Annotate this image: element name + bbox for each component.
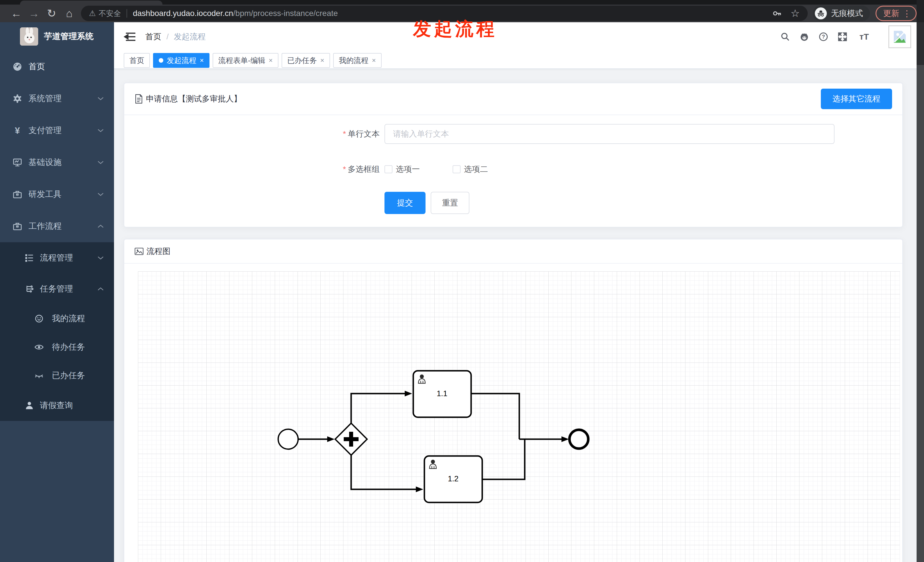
sidebar-item-payment[interactable]: ¥ 支付管理 bbox=[0, 115, 114, 147]
sidebar-item-label: 首页 bbox=[28, 61, 114, 72]
browser-menu-icon[interactable]: ⋮ bbox=[903, 9, 911, 18]
task-label: 1.1 bbox=[436, 389, 447, 398]
sidebar-item-infrastructure[interactable]: 基础设施 bbox=[0, 147, 114, 178]
github-icon[interactable] bbox=[800, 32, 809, 42]
forward-icon[interactable]: → bbox=[25, 7, 43, 19]
chevron-up-icon bbox=[98, 287, 104, 291]
key-icon[interactable] bbox=[772, 9, 782, 18]
bpmn-parallel-gateway[interactable] bbox=[335, 423, 367, 455]
sidebar-item-label: 请假查询 bbox=[40, 400, 114, 411]
flow-diagram-card: 流程图 bbox=[124, 239, 903, 562]
tag-create-process[interactable]: 发起流程 × bbox=[153, 53, 210, 68]
collapse-sidebar-icon[interactable] bbox=[123, 30, 137, 44]
face-icon bbox=[34, 314, 44, 324]
dashboard-icon bbox=[12, 62, 22, 72]
breadcrumb-separator: / bbox=[166, 32, 169, 41]
font-size-icon[interactable]: тT bbox=[857, 32, 872, 42]
checkbox-option1[interactable] bbox=[384, 165, 393, 173]
tag-done-tasks[interactable]: 已办任务 × bbox=[282, 53, 330, 68]
reset-button[interactable]: 重置 bbox=[430, 192, 470, 214]
sidebar-item-label: 任务管理 bbox=[40, 283, 98, 295]
chevron-down-icon bbox=[98, 129, 104, 132]
tag-label: 发起流程 bbox=[167, 55, 196, 66]
sidebar: 芋道管理系统 首页 系统管理 ¥ 支付管理 基础设施 bbox=[0, 22, 114, 562]
close-icon[interactable]: × bbox=[320, 57, 324, 64]
home-icon[interactable]: ⌂ bbox=[60, 7, 78, 19]
checkbox-option2-label[interactable]: 选项二 bbox=[464, 164, 488, 175]
submit-button[interactable]: 提交 bbox=[384, 192, 426, 214]
not-secure-warning-icon[interactable]: ⚠ bbox=[89, 9, 96, 18]
process-list-icon bbox=[24, 253, 34, 263]
field-label-text: 单行文本 bbox=[348, 129, 380, 139]
diagram-card-header: 流程图 bbox=[124, 240, 902, 264]
tag-label: 首页 bbox=[129, 55, 144, 66]
choose-other-process-button[interactable]: 选择其它流程 bbox=[821, 88, 892, 109]
sidebar-item-label: 研发工具 bbox=[28, 189, 98, 200]
sidebar-item-home[interactable]: 首页 bbox=[0, 51, 114, 82]
main-page: 首页 / 发起流程 ? тT ▼ 首页 bbox=[114, 22, 924, 562]
bpmn-start-event[interactable] bbox=[278, 429, 298, 449]
annotation-text: 发起流程 bbox=[413, 16, 497, 41]
sidebar-item-todo-tasks[interactable]: 待办任务 bbox=[0, 333, 114, 361]
url-path: /bpm/process-instance/create bbox=[233, 9, 338, 18]
close-icon[interactable]: × bbox=[200, 57, 204, 64]
chevron-down-icon bbox=[98, 97, 104, 100]
breadcrumb: 首页 / 发起流程 bbox=[146, 22, 206, 51]
eye-closed-icon bbox=[34, 371, 44, 381]
tag-label: 我的流程 bbox=[339, 55, 369, 66]
tag-process-form-edit[interactable]: 流程表单-编辑 × bbox=[213, 53, 279, 68]
back-icon[interactable]: ← bbox=[8, 7, 25, 19]
bpmn-user-task-1-1[interactable]: 1.1 bbox=[413, 371, 471, 417]
bpmn-end-event[interactable] bbox=[570, 430, 588, 448]
sidebar-item-workflow[interactable]: 工作流程 bbox=[0, 210, 114, 242]
sidebar-item-task-management[interactable]: 任务管理 bbox=[0, 273, 114, 304]
workflow-submenu: 流程管理 任务管理 我的流程 待办任务 bbox=[0, 242, 114, 421]
single-line-text-input[interactable] bbox=[384, 124, 834, 144]
close-icon[interactable]: × bbox=[372, 57, 376, 64]
sidebar-item-done-tasks[interactable]: 已办任务 bbox=[0, 361, 114, 390]
logo-row[interactable]: 芋道管理系统 bbox=[0, 22, 114, 51]
reload-icon[interactable]: ↻ bbox=[43, 7, 60, 19]
scrollbar[interactable] bbox=[916, 0, 924, 562]
help-icon[interactable]: ? bbox=[819, 32, 828, 42]
browser-active-tab[interactable] bbox=[20, 1, 162, 4]
tag-label: 流程表单-编辑 bbox=[218, 55, 266, 66]
picture-icon bbox=[135, 247, 144, 255]
search-icon[interactable] bbox=[780, 32, 790, 42]
scrollbar-top bbox=[916, 0, 924, 22]
sidebar-item-system[interactable]: 系统管理 bbox=[0, 82, 114, 115]
tag-home[interactable]: 首页 bbox=[124, 53, 150, 68]
tag-my-process[interactable]: 我的流程 × bbox=[333, 53, 382, 68]
diagram-card-title: 流程图 bbox=[147, 246, 170, 257]
sidebar-item-process-management[interactable]: 流程管理 bbox=[0, 242, 114, 273]
incognito-icon bbox=[815, 7, 827, 19]
chevron-down-icon bbox=[98, 192, 104, 196]
close-icon[interactable]: × bbox=[269, 57, 273, 64]
avatar[interactable] bbox=[888, 25, 911, 48]
sidebar-item-my-process[interactable]: 我的流程 bbox=[0, 304, 114, 333]
breadcrumb-current: 发起流程 bbox=[174, 31, 206, 42]
active-dot-icon bbox=[159, 58, 163, 63]
bpmn-canvas[interactable]: 1.1 1.2 bbox=[138, 271, 900, 562]
bpmn-user-task-1-2[interactable]: 1.2 bbox=[424, 456, 482, 502]
chevron-up-icon bbox=[98, 224, 104, 228]
checkbox-option1-label[interactable]: 选项一 bbox=[396, 164, 420, 175]
fullscreen-icon[interactable] bbox=[838, 32, 848, 42]
bookmark-star-icon[interactable]: ☆ bbox=[790, 7, 800, 19]
sidebar-item-label: 流程管理 bbox=[40, 252, 98, 264]
scrollbar-track-top bbox=[916, 22, 924, 65]
checkbox-option2[interactable] bbox=[453, 165, 460, 173]
breadcrumb-home[interactable]: 首页 bbox=[146, 31, 161, 42]
security-label: 不安全 bbox=[99, 9, 121, 18]
document-icon bbox=[135, 94, 143, 104]
sidebar-item-label: 已办任务 bbox=[52, 370, 114, 381]
eye-icon bbox=[34, 342, 44, 352]
sidebar-item-leave-query[interactable]: 请假查询 bbox=[0, 390, 114, 421]
sidebar-item-label: 系统管理 bbox=[28, 93, 98, 104]
bpmn-diagram: 1.1 1.2 bbox=[138, 271, 900, 562]
sidebar-item-devtools[interactable]: 研发工具 bbox=[0, 178, 114, 210]
sidebar-item-label: 工作流程 bbox=[28, 220, 98, 232]
browser-update-button[interactable]: 更新 ⋮ bbox=[876, 6, 916, 21]
toolbox-icon bbox=[12, 222, 22, 231]
chevron-down-icon bbox=[98, 160, 104, 165]
